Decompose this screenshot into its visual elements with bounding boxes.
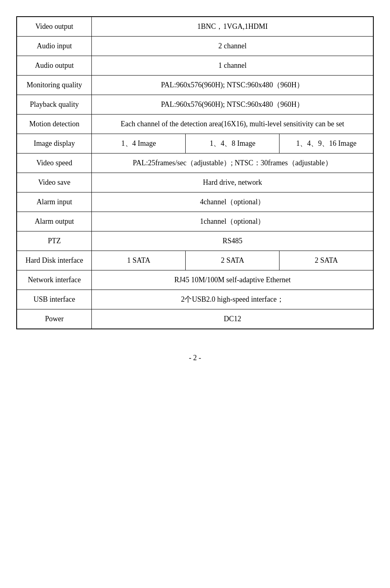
row-label-network-interface: Network interface	[17, 270, 92, 290]
row-value-video-speed: PAL:25frames/sec（adjustable）; NTSC：30fra…	[92, 153, 373, 173]
row-value-ptz: RS485	[92, 231, 373, 251]
row-value-playback-quality: PAL:960x576(960H); NTSC:960x480（960H）	[92, 95, 373, 115]
row-label-image-display: Image display	[17, 134, 92, 153]
row-value-image-display-2: 1、4、9、16 Image	[280, 134, 373, 153]
row-value-usb-interface: 2个USB2.0 high-speed interface；	[92, 290, 373, 309]
row-label-playback-quality: Playback quality	[17, 95, 92, 115]
row-value-motion-detection: Each channel of the detection area(16X16…	[92, 115, 373, 134]
row-label-audio-output: Audio output	[17, 56, 92, 76]
row-value-hard-disk-interface-0: 1 SATA	[92, 251, 186, 270]
table-row-monitoring-quality: Monitoring qualityPAL:960x576(960H); NTS…	[17, 76, 373, 95]
row-label-ptz: PTZ	[17, 231, 92, 251]
spec-table: Video output1BNC，1VGA,1HDMIAudio input2 …	[16, 16, 374, 329]
row-label-power: Power	[17, 309, 92, 329]
row-label-usb-interface: USB interface	[17, 290, 92, 309]
row-value-hard-disk-interface-2: 2 SATA	[280, 251, 373, 270]
row-value-video-output: 1BNC，1VGA,1HDMI	[92, 17, 373, 37]
table-row-ptz: PTZRS485	[17, 231, 373, 251]
page-number: - 2 -	[189, 354, 201, 362]
page-footer: - 2 -	[189, 354, 201, 362]
table-row-hard-disk-interface: Hard Disk interface1 SATA2 SATA2 SATA	[17, 251, 373, 270]
row-value-alarm-input: 4channel（optional）	[92, 192, 373, 212]
row-label-monitoring-quality: Monitoring quality	[17, 76, 92, 95]
row-label-alarm-input: Alarm input	[17, 192, 92, 212]
row-label-video-save: Video save	[17, 173, 92, 192]
row-value-video-save: Hard drive, network	[92, 173, 373, 192]
table-row-network-interface: Network interfaceRJ45 10M/100M self-adap…	[17, 270, 373, 290]
row-label-alarm-output: Alarm output	[17, 212, 92, 231]
row-value-network-interface: RJ45 10M/100M self-adaptive Ethernet	[92, 270, 373, 290]
table-row-usb-interface: USB interface2个USB2.0 high-speed interfa…	[17, 290, 373, 309]
table-row-video-output: Video output1BNC，1VGA,1HDMI	[17, 17, 373, 37]
row-label-hard-disk-interface: Hard Disk interface	[17, 251, 92, 270]
row-value-power: DC12	[92, 309, 373, 329]
row-value-image-display-0: 1、4 Image	[92, 134, 186, 153]
table-row-alarm-output: Alarm output1channel（optional）	[17, 212, 373, 231]
table-row-audio-output: Audio output1 channel	[17, 56, 373, 76]
table-row-power: PowerDC12	[17, 309, 373, 329]
table-row-playback-quality: Playback qualityPAL:960x576(960H); NTSC:…	[17, 95, 373, 115]
row-value-hard-disk-interface-1: 2 SATA	[186, 251, 280, 270]
table-row-image-display: Image display1、4 Image1、4、8 Image1、4、9、1…	[17, 134, 373, 153]
spec-table-container: Video output1BNC，1VGA,1HDMIAudio input2 …	[16, 16, 374, 329]
table-row-audio-input: Audio input2 channel	[17, 37, 373, 56]
row-value-audio-input: 2 channel	[92, 37, 373, 56]
row-value-audio-output: 1 channel	[92, 56, 373, 76]
row-value-monitoring-quality: PAL:960x576(960H); NTSC:960x480（960H）	[92, 76, 373, 95]
table-row-video-speed: Video speedPAL:25frames/sec（adjustable）;…	[17, 153, 373, 173]
row-label-audio-input: Audio input	[17, 37, 92, 56]
table-row-video-save: Video saveHard drive, network	[17, 173, 373, 192]
row-value-alarm-output: 1channel（optional）	[92, 212, 373, 231]
table-row-alarm-input: Alarm input4channel（optional）	[17, 192, 373, 212]
row-label-video-output: Video output	[17, 17, 92, 37]
table-row-motion-detection: Motion detectionEach channel of the dete…	[17, 115, 373, 134]
row-label-motion-detection: Motion detection	[17, 115, 92, 134]
row-label-video-speed: Video speed	[17, 153, 92, 173]
row-value-image-display-1: 1、4、8 Image	[186, 134, 280, 153]
